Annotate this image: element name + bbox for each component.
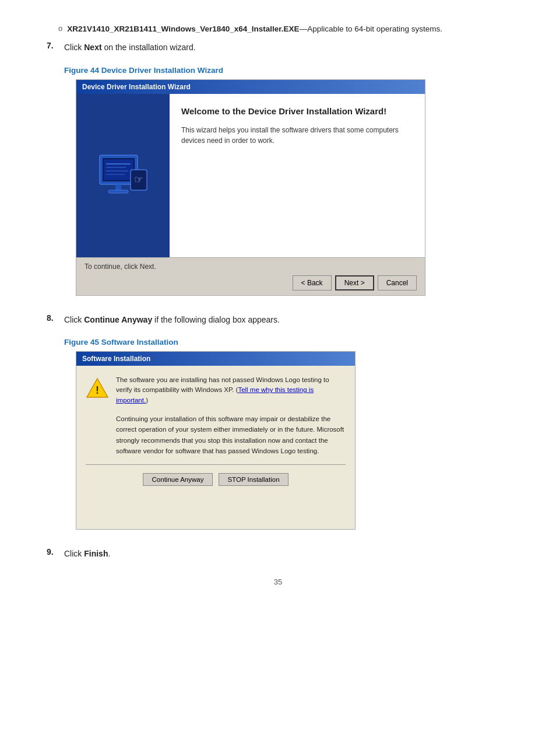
step-9-text: Click Finish.	[64, 547, 110, 560]
stop-installation-button[interactable]: STOP Installation	[219, 473, 288, 486]
bullet-dot: o	[58, 24, 62, 33]
wizard-titlebar: Device Driver Installation Wizard	[76, 80, 425, 94]
svg-text:!: !	[96, 384, 99, 396]
sw-warning-row: ! The software you are installing has no…	[86, 375, 346, 405]
wizard-title: Welcome to the Device Driver Installatio…	[181, 106, 413, 117]
svg-text:☞: ☞	[134, 174, 143, 186]
bullet-text: XR21V1410_XR21B1411_Windows_Ver1840_x64_…	[67, 23, 442, 35]
step-7-bold: Next	[84, 43, 101, 52]
step-8-bold: Continue Anyway	[84, 315, 152, 324]
wizard-illustration: ☞	[85, 138, 161, 214]
page-number: 35	[47, 578, 509, 586]
figure-45-section: Figure 45 Software Installation Software…	[64, 338, 509, 530]
sw-warning-bold: Continuing your installation of this sof…	[86, 414, 346, 457]
step-8-num: 8.	[47, 313, 64, 323]
filename-bold: XR21V1410_XR21B1411_Windows_Ver1840_x64_…	[67, 24, 299, 33]
step-9: 9. Click Finish.	[47, 547, 509, 560]
wizard-next-button[interactable]: Next >	[335, 275, 374, 290]
warning-icon: !	[86, 376, 109, 400]
bullet-item: o XR21V1410_XR21B1411_Windows_Ver1840_x6…	[47, 23, 509, 35]
wizard-back-button[interactable]: < Back	[293, 275, 332, 290]
wizard-buttons: < Back Next > Cancel	[85, 275, 417, 290]
svg-rect-8	[115, 184, 121, 190]
sw-titlebar-text: Software Installation	[82, 355, 150, 363]
sw-dialog-body: ! The software you are installing has no…	[76, 366, 355, 529]
sw-titlebar: Software Installation	[76, 352, 355, 366]
figure-44-section: Figure 44 Device Driver Installation Wiz…	[64, 66, 509, 296]
sw-warning-text: The software you are installing has not …	[116, 375, 346, 405]
sw-divider	[86, 464, 346, 465]
step-8-text: Click Continue Anyway if the following d…	[64, 313, 280, 326]
step-9-num: 9.	[47, 547, 64, 556]
step-7-num: 7.	[47, 41, 64, 50]
wizard-left-panel: ☞	[76, 94, 170, 257]
figure-44-caption: Figure 44 Device Driver Installation Wiz…	[64, 66, 509, 75]
sw-warning-link[interactable]: Tell me why this testing is important.	[116, 386, 314, 403]
sw-footer-buttons: Continue Anyway STOP Installation	[86, 471, 346, 491]
wizard-right-panel: Welcome to the Device Driver Installatio…	[170, 94, 425, 257]
svg-rect-3	[104, 159, 133, 180]
figure-45-caption: Figure 45 Software Installation	[64, 338, 509, 346]
sw-warning-text-block: The software you are installing has not …	[116, 375, 346, 405]
wizard-cancel-button[interactable]: Cancel	[378, 275, 417, 290]
wizard-dialog: Device Driver Installation Wizard	[76, 79, 425, 296]
wizard-footer-text: To continue, click Next.	[85, 262, 417, 271]
wizard-body: ☞ Welcome to the Device Driver Installat…	[76, 94, 425, 257]
wizard-desc: This wizard helps you install the softwa…	[181, 125, 413, 146]
step-8: 8. Click Continue Anyway if the followin…	[47, 313, 509, 326]
step-9-bold: Finish	[84, 549, 108, 558]
wizard-footer: To continue, click Next. < Back Next > C…	[76, 257, 425, 295]
sw-dialog: Software Installation ! The software you…	[76, 351, 356, 530]
bullet-suffix: —Applicable to 64-bit operating systems.	[300, 24, 442, 33]
step-7-text: Click Next on the installation wizard.	[64, 41, 196, 54]
continue-anyway-button[interactable]: Continue Anyway	[143, 473, 213, 486]
svg-rect-9	[108, 190, 128, 193]
step-7: 7. Click Next on the installation wizard…	[47, 41, 509, 54]
wizard-titlebar-text: Device Driver Installation Wizard	[82, 83, 191, 91]
